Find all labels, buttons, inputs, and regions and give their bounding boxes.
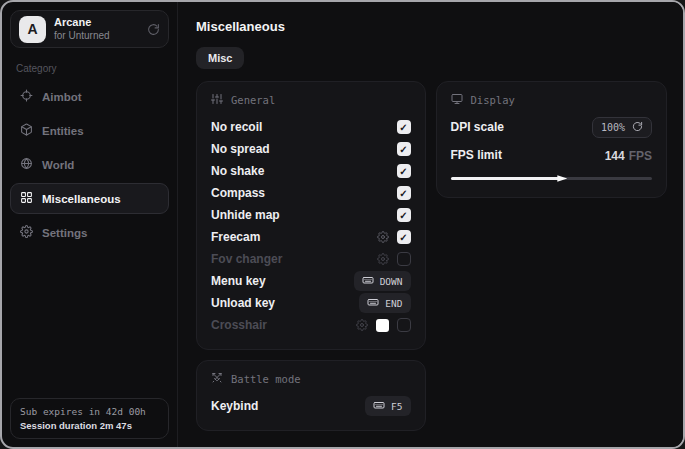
setting-label: Freecam <box>211 230 260 244</box>
box-icon <box>20 123 33 138</box>
globe-icon <box>20 157 33 172</box>
swords-icon <box>211 372 223 386</box>
setting-label: Keybind <box>211 399 258 413</box>
display-section-header: Display <box>451 93 652 107</box>
page-title: Miscellaneous <box>196 19 667 34</box>
sidebar-item-label: Entities <box>42 125 84 137</box>
subscription-status-card: Sub expires in 42d 00h Session duration … <box>10 398 169 439</box>
category-label: Category <box>16 63 163 74</box>
refresh-icon[interactable] <box>632 121 643 134</box>
setting-label: FPS limit <box>451 148 502 162</box>
setting-row-no-spread: No spread <box>211 138 411 160</box>
dpi-value: 100% <box>601 122 625 133</box>
setting-row-fov-changer: Fov changer <box>211 248 411 270</box>
crosshair-icon <box>20 89 33 104</box>
setting-row-crosshair: Crosshair <box>211 314 411 336</box>
setting-row-freecam: Freecam <box>211 226 411 248</box>
sidebar-item-label: Miscellaneous <box>42 193 121 205</box>
sidebar-nav: Aimbot Entities World Miscellaneous Sett… <box>10 81 169 248</box>
compass-checkbox[interactable] <box>397 186 411 200</box>
freecam-checkbox[interactable] <box>397 230 411 244</box>
setting-row-unload-key: Unload key END <box>211 292 411 314</box>
grid-icon <box>20 191 33 206</box>
app-title: Arcane <box>54 16 110 30</box>
sidebar-item-aimbot[interactable]: Aimbot <box>10 81 169 112</box>
sync-icon[interactable] <box>147 23 160 36</box>
sidebar: A Arcane for Unturned Category Aimbot En… <box>2 2 178 447</box>
setting-row-no-recoil: No recoil <box>211 116 411 138</box>
unhide-map-checkbox[interactable] <box>397 208 411 222</box>
app-subtitle: for Unturned <box>54 30 110 43</box>
setting-row-fps-limit: FPS limit 144FPS <box>451 144 652 166</box>
battle-mode-section: Battle mode Keybind F5 <box>196 360 426 431</box>
general-section: General No recoil No spread No shake <box>196 81 426 350</box>
section-title: Display <box>471 94 515 106</box>
fps-unit: FPS <box>629 149 652 163</box>
crosshair-settings-gear-icon[interactable] <box>356 319 368 331</box>
fps-number: 144 <box>605 149 625 163</box>
fps-limit-value: 144FPS <box>605 146 652 164</box>
setting-label: Unhide map <box>211 208 280 222</box>
setting-label: Compass <box>211 186 265 200</box>
sidebar-item-miscellaneous[interactable]: Miscellaneous <box>10 183 169 214</box>
crosshair-color-swatch[interactable] <box>376 319 389 332</box>
fov-settings-gear-icon[interactable] <box>377 253 389 265</box>
unload-keybind-button[interactable]: END <box>359 293 410 313</box>
gear-icon <box>20 225 33 240</box>
setting-label: No shake <box>211 164 264 178</box>
sidebar-item-label: Settings <box>42 227 87 239</box>
sliders-icon <box>211 93 223 107</box>
menu-keybind-button[interactable]: DOWN <box>354 271 411 291</box>
setting-label: Menu key <box>211 274 266 288</box>
fps-limit-slider[interactable] <box>451 172 652 184</box>
keyboard-icon <box>362 274 374 288</box>
monitor-icon <box>451 93 463 107</box>
setting-label: Fov changer <box>211 252 282 266</box>
setting-label: Crosshair <box>211 318 267 332</box>
sidebar-item-label: Aimbot <box>42 91 82 103</box>
sidebar-item-entities[interactable]: Entities <box>10 115 169 146</box>
tab-misc[interactable]: Misc <box>196 47 244 69</box>
keyboard-icon <box>373 399 385 413</box>
setting-row-no-shake: No shake <box>211 160 411 182</box>
fps-slider-thumb[interactable] <box>557 174 567 184</box>
setting-label: DPI scale <box>451 120 504 134</box>
general-section-header: General <box>211 93 411 107</box>
avatar: A <box>19 16 46 43</box>
session-duration-text: Session duration 2m 47s <box>20 420 159 431</box>
left-column: General No recoil No spread No shake <box>196 81 426 431</box>
battle-keybind-button[interactable]: F5 <box>365 396 410 416</box>
section-title: General <box>231 94 275 106</box>
dpi-scale-button[interactable]: 100% <box>592 117 652 138</box>
section-title: Battle mode <box>231 373 301 385</box>
sidebar-item-label: World <box>42 159 74 171</box>
setting-label: No spread <box>211 142 270 156</box>
setting-row-keybind: Keybind F5 <box>211 395 411 417</box>
setting-row-menu-key: Menu key DOWN <box>211 270 411 292</box>
setting-row-unhide-map: Unhide map <box>211 204 411 226</box>
setting-label: No recoil <box>211 120 262 134</box>
no-spread-checkbox[interactable] <box>397 142 411 156</box>
sidebar-item-settings[interactable]: Settings <box>10 217 169 248</box>
battle-mode-section-header: Battle mode <box>211 372 411 386</box>
setting-row-compass: Compass <box>211 182 411 204</box>
sidebar-item-world[interactable]: World <box>10 149 169 180</box>
sub-expires-text: Sub expires in 42d 00h <box>20 406 159 417</box>
keyboard-icon <box>367 296 379 310</box>
keybind-value: F5 <box>391 401 402 412</box>
no-recoil-checkbox[interactable] <box>397 120 411 134</box>
content-columns: General No recoil No spread No shake <box>196 81 667 431</box>
setting-row-dpi-scale: DPI scale 100% <box>451 116 652 138</box>
sidebar-header-card[interactable]: A Arcane for Unturned <box>10 10 169 48</box>
no-shake-checkbox[interactable] <box>397 164 411 178</box>
keybind-value: END <box>385 298 402 309</box>
freecam-settings-gear-icon[interactable] <box>377 231 389 243</box>
right-column: Display DPI scale 100% FPS limit <box>436 81 667 198</box>
display-section: Display DPI scale 100% FPS limit <box>436 81 667 198</box>
keybind-value: DOWN <box>380 276 403 287</box>
crosshair-checkbox[interactable] <box>397 318 411 332</box>
app-identity: Arcane for Unturned <box>54 16 110 42</box>
fov-changer-checkbox[interactable] <box>397 252 411 266</box>
main-panel: Miscellaneous Misc General No recoil No … <box>178 2 683 447</box>
setting-label: Unload key <box>211 296 275 310</box>
